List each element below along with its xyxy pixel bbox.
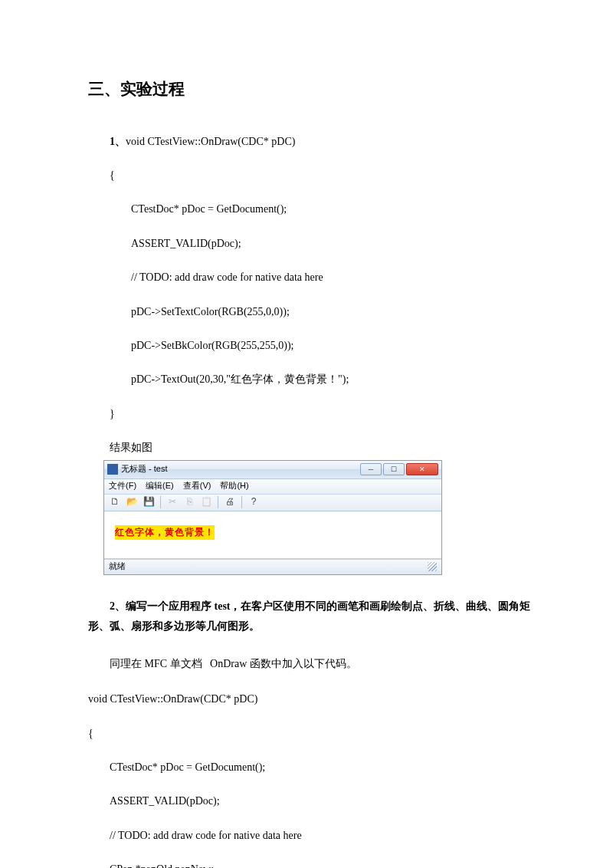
code-brace: { (88, 725, 536, 742)
copy-icon[interactable]: ⎘ (182, 495, 197, 509)
code-line: pDC->SetBkColor(RGB(255,255,0)); (88, 337, 536, 354)
desc-text: 编写一个应用程序 test，在客户区使用不同的画笔和画刷绘制点、折线、曲线、圆角… (88, 600, 531, 633)
paste-icon[interactable]: 📋 (198, 495, 214, 509)
menu-view[interactable]: 查看(V) (183, 479, 211, 493)
status-text: 就绪 (109, 560, 126, 574)
note-prefix: 同理在 MFC 单文档 (110, 658, 202, 669)
result-label: 结果如图 (88, 439, 536, 456)
toolbar: 🗋 📂 💾 ✂ ⎘ 📋 🖨 ? (104, 495, 441, 511)
note-suffix: OnDraw 函数中加入以下代码。 (210, 658, 357, 669)
code-line: pDC->SetTextColor(RGB(255,0,0)); (88, 304, 536, 321)
code-line: 1、void CTestView::OnDraw(CDC* pDC) (88, 133, 536, 150)
output-text: 红色字体，黄色背景！ (115, 525, 215, 540)
section-heading: 三、实验过程 (88, 77, 536, 103)
save-icon[interactable]: 💾 (141, 495, 156, 509)
code-line: pDC->TextOut(20,30,"红色字体，黄色背景！"); (88, 371, 536, 388)
menu-edit[interactable]: 编辑(E) (146, 479, 174, 493)
client-area: 红色字体，黄色背景！ (104, 511, 441, 559)
code-text: void CTestView::OnDraw(CDC* pDC) (126, 136, 295, 147)
help-icon[interactable]: ? (246, 495, 261, 509)
cut-icon[interactable]: ✂ (165, 495, 180, 509)
separator (241, 496, 242, 508)
maximize-button[interactable]: ☐ (383, 463, 405, 475)
new-icon[interactable]: 🗋 (107, 495, 123, 509)
menubar: 文件(F) 编辑(E) 查看(V) 帮助(H) (104, 479, 441, 495)
code-line: ASSERT_VALID(pDoc); (88, 793, 536, 810)
item-number: 1、 (110, 136, 126, 147)
code-brace: } (88, 406, 536, 422)
code-line: ASSERT_VALID(pDoc); (88, 235, 536, 252)
separator (160, 496, 161, 508)
print-icon[interactable]: 🖨 (222, 495, 238, 509)
code-brace: { (88, 167, 536, 184)
separator (218, 496, 218, 508)
titlebar: 无标题 - test ─ ☐ ✕ (104, 461, 441, 479)
resize-grip[interactable] (428, 562, 437, 571)
section-2-intro: 2、编写一个应用程序 test，在客户区使用不同的画笔和画刷绘制点、折线、曲线、… (88, 597, 536, 637)
statusbar: 就绪 (104, 559, 441, 574)
note-line: 同理在 MFC 单文档 OnDraw 函数中加入以下代码。 (88, 654, 536, 675)
close-button[interactable]: ✕ (406, 463, 438, 475)
code-line: void CTestView::OnDraw(CDC* pDC) (88, 691, 536, 708)
open-icon[interactable]: 📂 (124, 495, 139, 509)
menu-file[interactable]: 文件(F) (109, 479, 136, 493)
code-line: // TODO: add draw code for native data h… (88, 827, 536, 844)
code-line: CPen *penOld,penNew; (88, 861, 536, 868)
code-line: // TODO: add draw code for native data h… (88, 269, 536, 286)
code-line: CTestDoc* pDoc = GetDocument(); (88, 759, 536, 776)
item-number: 2、 (110, 600, 126, 612)
app-icon (107, 464, 118, 475)
app-window: 无标题 - test ─ ☐ ✕ 文件(F) 编辑(E) 查看(V) 帮助(H)… (103, 460, 442, 575)
code-line: CTestDoc* pDoc = GetDocument(); (88, 201, 536, 218)
window-title: 无标题 - test (121, 462, 360, 476)
menu-help[interactable]: 帮助(H) (220, 479, 248, 493)
minimize-button[interactable]: ─ (360, 463, 382, 475)
